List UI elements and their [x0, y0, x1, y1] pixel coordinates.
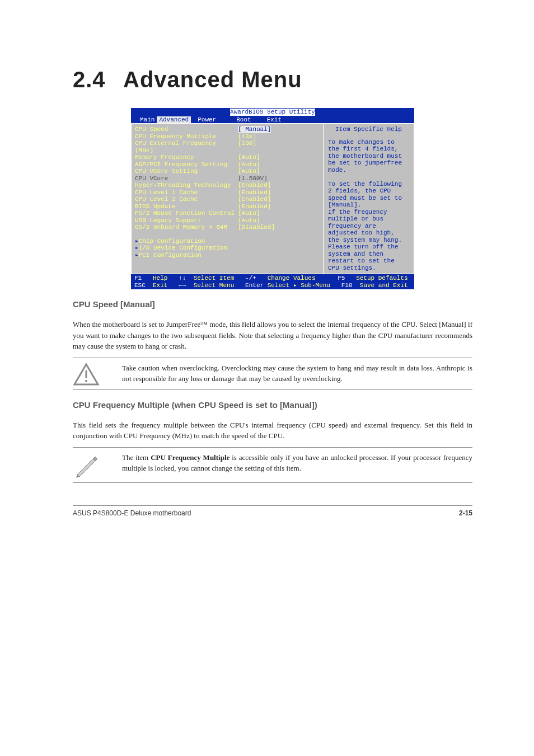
bios-row: CPU Frequency Multiple[13x]: [135, 133, 320, 140]
tab-exit: Exit: [265, 116, 284, 124]
bios-footer: F1 Help ↑↓ Select Item -/+ Change Values…: [131, 274, 414, 289]
bios-row: PS/2 Mouse Function Control[Auto]: [135, 210, 320, 217]
bios-row: BIOS Update[Enabled]: [135, 203, 320, 210]
help-title: Item Specific Help: [328, 126, 409, 133]
bios-body: CPU Speed[ Manual]CPU Frequency Multiple…: [131, 123, 414, 274]
caution-text: Take caution when overclocking. Overcloc…: [122, 361, 472, 386]
tab-boot: Boot: [234, 116, 253, 124]
bios-help-pane: Item Specific Help To make changes to th…: [323, 124, 414, 274]
caution-icon: [73, 361, 122, 386]
bios-row: CPU Speed[ Manual]: [135, 126, 320, 133]
svg-point-2: [85, 380, 87, 382]
heading-title: Advanced Menu: [123, 67, 302, 92]
bios-row: CPU External Frequency (MHz)[100]: [135, 140, 320, 154]
heading-number: 2.4: [73, 67, 123, 92]
bios-row: AGP/PCI Frequency Setting[Auto]: [135, 161, 320, 168]
bios-row: OS/2 Onboard Memory > 64M[Disabled]: [135, 224, 320, 231]
caution-callout: Take caution when overclocking. Overcloc…: [73, 358, 472, 390]
bios-row: CPU Level 2 Cache[Enabled]: [135, 196, 320, 203]
bios-row: CPU VCore[1.500V]: [135, 175, 320, 182]
section-text-cpu-mult: This field sets the frequency multiple b…: [73, 420, 472, 442]
bios-row: CPU VCore Setting[Auto]: [135, 168, 320, 175]
tab-main: Main: [138, 116, 157, 124]
bios-title: AwardBIOS Setup Utility: [131, 108, 414, 116]
bios-row: Memory Frequency[Auto]: [135, 154, 320, 161]
section-title-cpu-mult: CPU Frequency Multiple (when CPU Speed i…: [73, 400, 472, 410]
bios-tabs: Main Advanced Power Boot Exit: [131, 116, 414, 124]
tab-advanced: Advanced: [157, 116, 191, 124]
note-icon: [73, 451, 122, 479]
page-heading: 2.4Advanced Menu: [73, 67, 472, 92]
bios-row: USB Legacy Support[Auto]: [135, 217, 320, 224]
bios-screenshot: AwardBIOS Setup Utility Main Advanced Po…: [131, 108, 414, 289]
bios-submenu: ▸ Chip Configuration: [135, 238, 320, 245]
note-text: The item CPU Frequency Multiple is acces…: [122, 451, 472, 475]
footer-left: ASUS P4S800D-E Deluxe motherboard: [73, 509, 191, 517]
page-footer: ASUS P4S800D-E Deluxe motherboard 2-15: [73, 505, 472, 517]
tab-power: Power: [195, 116, 218, 124]
bios-row: CPU Level 1 Cache[Enabled]: [135, 189, 320, 196]
section-text-cpu-speed: When the motherboard is set to JumperFre…: [73, 319, 472, 352]
section-title-cpu-speed: CPU Speed [Manual]: [73, 299, 472, 309]
bios-row: Hyper-Threading Technology[Enabled]: [135, 182, 320, 189]
footer-right: 2-15: [459, 509, 472, 517]
bios-submenu: ▸ I/O Device Configuration: [135, 245, 320, 252]
note-callout: The item CPU Frequency Multiple is acces…: [73, 447, 472, 483]
bios-submenu: ▸ PCI Configuration: [135, 252, 320, 259]
bios-left-pane: CPU Speed[ Manual]CPU Frequency Multiple…: [132, 124, 323, 274]
help-text: To make changes to the first 4 fields, t…: [328, 139, 409, 272]
